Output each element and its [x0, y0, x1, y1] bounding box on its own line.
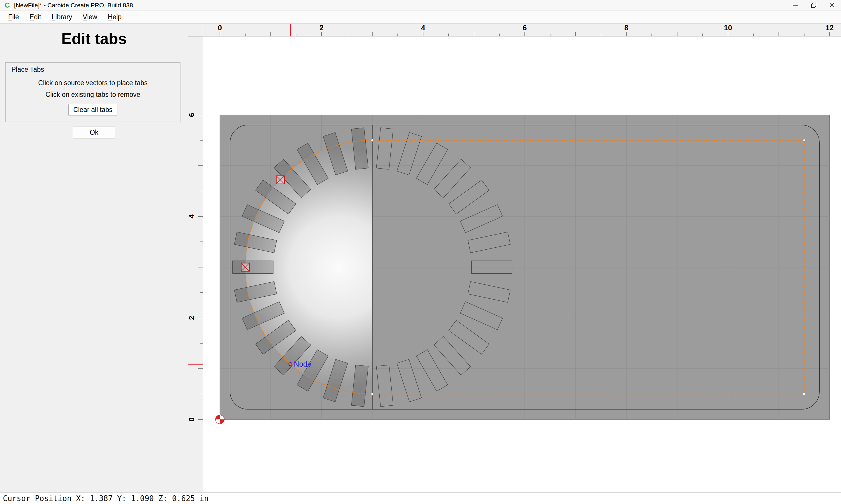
ruler-label: 2 [320, 24, 324, 32]
edit-tabs-panel: Edit tabs Place Tabs Click on source vec… [0, 24, 188, 492]
ruler-label: 0 [188, 417, 196, 421]
minimize-icon [793, 2, 799, 8]
vector-node-dot [803, 139, 805, 142]
menu-view[interactable]: View [78, 11, 103, 23]
ruler-label: 8 [624, 24, 629, 32]
hint-remove: Click on existing tabs to remove [5, 89, 180, 100]
page-title: Edit tabs [0, 30, 188, 48]
ruler-label: 0 [218, 24, 222, 32]
menu-help[interactable]: Help [103, 11, 127, 23]
menu-library[interactable]: Library [47, 11, 78, 23]
vector-node-dot [371, 139, 374, 142]
vertical-ruler: 0246 [188, 36, 203, 492]
vruler-bg [188, 36, 203, 492]
cursor-indicator-x [290, 24, 291, 36]
ruler-corner [188, 24, 203, 36]
design-canvas[interactable]: Node [203, 36, 841, 492]
horizontal-ruler: 024681012 [203, 24, 841, 36]
window-title: [NewFile]* - Carbide Create PRO, Build 8… [14, 2, 133, 9]
tab-marker[interactable] [241, 263, 250, 271]
place-tabs-label: Place Tabs [5, 65, 180, 77]
ruler-label: 4 [421, 24, 425, 32]
place-tabs-group: Place Tabs Click on source vectors to pl… [5, 62, 181, 122]
ruler-label: 4 [188, 214, 196, 218]
hint-place: Click on source vectors to place tabs [5, 77, 180, 89]
cursor-position-readout: Cursor Position X: 1.387 Y: 1.090 Z: 0.6… [3, 494, 208, 503]
close-icon [829, 2, 835, 8]
app-logo-icon: C [3, 1, 11, 9]
clear-all-tabs-button[interactable]: Clear all tabs [68, 104, 117, 116]
restore-icon [811, 2, 817, 8]
ruler-label: 6 [188, 113, 196, 117]
menu-file[interactable]: File [3, 11, 24, 23]
title-bar: C [NewFile]* - Carbide Create PRO, Build… [0, 0, 841, 11]
restore-button[interactable] [805, 0, 823, 11]
menu-bar: FileEditLibraryViewHelp [0, 11, 841, 24]
ruler-label: 12 [825, 24, 834, 32]
vector-node-dot [803, 393, 805, 395]
slot-vector[interactable] [233, 261, 273, 274]
node-tooltip-label: Node [294, 360, 311, 368]
status-bar: Cursor Position X: 1.387 Y: 1.090 Z: 0.6… [0, 492, 841, 504]
cursor-indicator-y [188, 364, 203, 364]
close-button[interactable] [823, 0, 841, 11]
vector-node-dot [371, 393, 374, 395]
ruler-label: 2 [188, 316, 196, 320]
ok-button[interactable]: Ok [73, 127, 115, 139]
ruler-label: 6 [523, 24, 527, 32]
ruler-label: 10 [724, 24, 732, 32]
origin-marker [216, 415, 224, 424]
window-controls [787, 0, 841, 11]
minimize-button[interactable] [787, 0, 805, 11]
menu-edit[interactable]: Edit [24, 11, 47, 23]
hruler-bg [203, 24, 841, 36]
tab-marker[interactable] [276, 176, 285, 184]
